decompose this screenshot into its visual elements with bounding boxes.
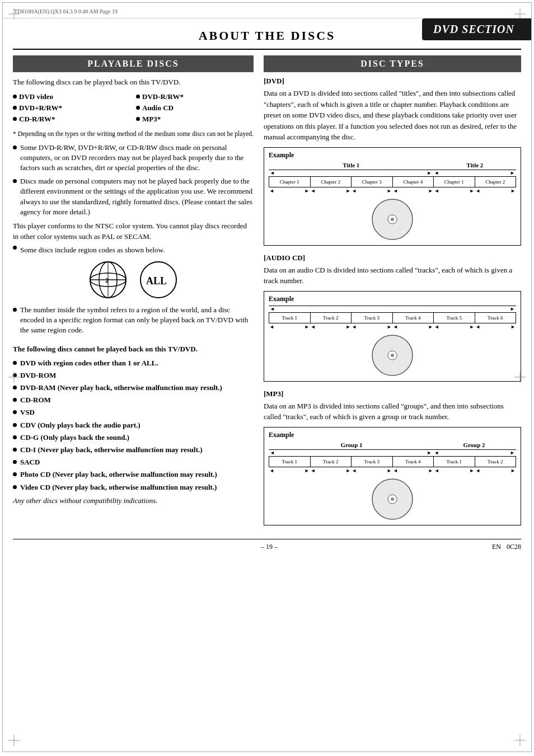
arrow-right: ► [510,170,515,176]
list-item: CD-I (Never play back, otherwise malfunc… [13,445,254,455]
bullet [13,448,17,452]
all-region-icon: ALL [139,260,178,299]
track-cell: Track 1 [269,313,311,323]
arrow-left: ◄ [270,306,275,312]
track-cell: Track 1 [434,457,475,467]
chapter-cell: Chapter 3 [352,177,393,187]
list-item-text: CD-ROM [20,395,51,405]
arrow-right: ► [428,468,433,473]
arrow-right: ► [469,468,474,473]
bullet [13,145,17,149]
bullet [136,106,140,110]
dvd-text: Data on a DVD is divided into sections c… [264,88,521,143]
arrow-left: ◄ [434,324,439,330]
footer-lang-code: EN 0C28 [492,543,521,551]
bullet-note-1: Some DVD-R/RW, DVD+R/RW, or CD-R/RW disc… [13,143,254,173]
arrow-left: ◄ [352,188,357,194]
globe-region-icon: 2 [88,260,128,299]
mp3-example-box: Example Group 1 Group 2 ◄ ► [264,427,521,525]
page-footer: – 19 – EN 0C28 [13,539,521,551]
list-item: CD-G (Only plays back the sound.) [13,433,254,443]
track-cell: Track 4 [393,457,434,467]
disc-item-audio-cd: Audio CD [136,104,254,112]
example-label: Example [269,431,516,439]
arrow-right: ► [427,450,432,456]
disc-item-dvd-plus: DVD+R/RW* [13,104,130,112]
arrow-left: ◄ [434,468,439,473]
list-item: DVD-RAM (Never play back, otherwise malf… [13,383,254,393]
dvd-diagram: Title 1 Title 2 ◄ ► ◄ ► [269,162,516,242]
bullet [13,423,17,427]
chapter-cell: Chapter 4 [393,177,434,187]
arrow-left: ◄ [311,188,316,194]
disc-item-cdrw: CD-R/RW* [13,115,130,124]
list-item: SACD [13,457,254,467]
track-cell: Track 6 [475,313,516,323]
bullet-note-2: Discs made on personal computers may not… [13,176,254,217]
chapter-row: Chapter 1 Chapter 2 Chapter 3 Chapter 4 … [269,176,516,187]
dvd-section: [DVD] Data on a DVD is divided into sect… [264,77,521,246]
bullet [13,410,17,414]
track-cell: Track 2 [311,457,352,467]
track-cell: Track 1 [269,457,311,467]
playable-discs-header: PLAYABLE DISCS [13,55,254,72]
audio-cd-disc-circle [269,333,516,378]
crosshair-bottom-right [514,735,526,746]
disc-label: MP3* [142,115,161,124]
bullet [13,460,17,464]
disc-item-dvd-video: DVD video [13,92,130,101]
arrow-left: ◄ [269,324,274,330]
region-desc-text: The number inside the symbol refers to a… [20,305,254,336]
list-item-text: VSD [20,407,35,417]
disc-svg [370,197,415,242]
track-cell: Track 2 [311,313,352,323]
audio-cd-example-box: Example ◄ ► Track 1 Track 2 [264,291,521,382]
ntsc-text: This player conforms to the NTSC color s… [13,220,254,242]
footer-lang: EN [492,543,501,551]
disc-label: DVD video [19,92,53,101]
example-label: Example [269,151,516,159]
track-row: Track 1 Track 2 Track 3 Track 4 Track 5 … [269,312,516,323]
list-item: VSD [13,407,254,417]
region-bullet-text: Some discs include region codes as shown… [20,246,165,255]
mp3-text: Data on an MP3 is divided into sections … [264,401,521,422]
track-cell: Track 3 [352,457,393,467]
list-item: DVD with region codes other than 1 or AL… [13,358,254,368]
arrow-left: ◄ [434,450,439,456]
intro-text: The following discs can be played back o… [13,77,254,88]
svg-text:ALL: ALL [146,275,167,287]
arrow-right: ► [469,324,474,330]
mp3-disc-circle [269,477,516,522]
title2-label: Title 2 [434,162,516,168]
bullet [13,246,17,250]
bullet [13,179,17,183]
track-cell: Track 3 [352,313,393,323]
disc-label: DVD+R/RW* [19,104,62,112]
disc-svg [370,477,415,522]
italic-note: Any other discs without compatibility in… [13,496,254,506]
right-column: DISC TYPES [DVD] Data on a DVD is divide… [264,55,521,533]
footnote: * Depending on the types or the writing … [13,129,254,138]
track-cell: Track 4 [393,313,434,323]
disc-label: Audio CD [142,104,174,112]
arrow-left: ◄ [475,188,480,194]
dvd-label: [DVD] [264,77,521,86]
bullet [13,398,17,402]
note-text: Discs made on personal computers may not… [20,176,254,217]
arrow-right: ► [510,468,516,473]
audio-cd-label: [AUDIO CD] [264,253,521,262]
bullet [13,485,17,489]
bullet [13,117,17,121]
audio-cd-diagram: ◄ ► Track 1 Track 2 Track 3 Track 4 Trac… [269,306,516,378]
arrow-right: ► [510,450,515,456]
track-cell: Track 2 [475,457,516,467]
dvd-section-badge: DVD SECTION [422,18,531,40]
svg-point-10 [391,218,394,221]
bullet [136,117,140,121]
arrow-right: ► [305,324,310,330]
disc-svg [370,333,415,378]
arrow-right: ► [428,324,433,330]
mp3-track-row: Track 1 Track 2 Track 3 Track 4 Track 1 … [269,456,516,467]
disc-item-mp3: MP3* [136,115,254,124]
track-cell: Track 5 [434,313,475,323]
